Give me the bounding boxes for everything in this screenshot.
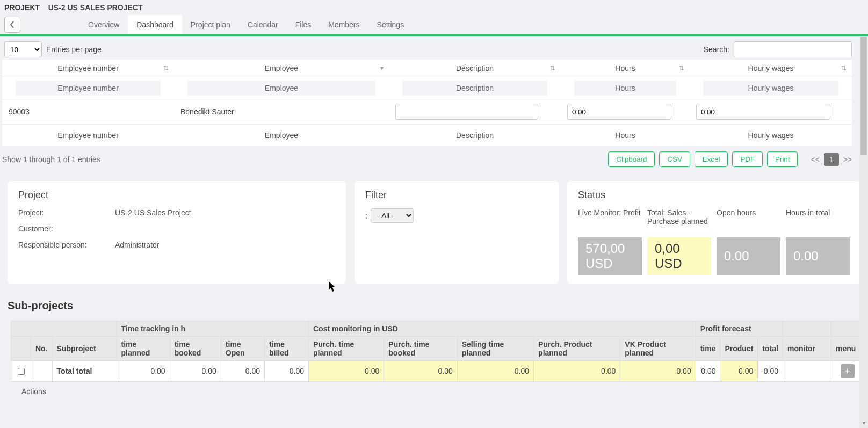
col-header-employee[interactable]: Employee▾ <box>174 60 389 77</box>
h-menu[interactable]: menu <box>831 337 864 361</box>
total-tb: 0.00 <box>170 361 221 382</box>
h-no[interactable]: No. <box>31 337 53 361</box>
sort-icon: ⇅ <box>550 64 555 72</box>
filter-employee[interactable]: Employee <box>187 81 375 96</box>
total-no <box>31 361 53 382</box>
h-monitor[interactable]: monitor <box>783 337 831 361</box>
cell-employee: Benedikt Sauter <box>174 104 389 120</box>
tab-dashboard[interactable]: Dashboard <box>128 15 182 34</box>
group-monitor <box>783 321 831 337</box>
tab-settings[interactable]: Settings <box>368 15 413 34</box>
tab-overview[interactable]: Overview <box>79 15 128 34</box>
status-label-totalhours: Hours in total <box>786 208 850 234</box>
excel-button[interactable]: Excel <box>695 151 728 167</box>
breadcrumb-root: PROJEKT <box>4 3 40 12</box>
h-pf-total[interactable]: total <box>758 337 783 361</box>
filter-empno[interactable]: Employee number <box>16 81 161 96</box>
h-pf-product[interactable]: Product <box>720 337 758 361</box>
table-row: 90003 Benedikt Sauter <box>2 99 852 125</box>
subprojects-title: Sub-projects <box>8 300 860 312</box>
col-header-wages[interactable]: Hourly wages⇅ <box>690 60 852 77</box>
status-label-openhours: Open hours <box>717 208 780 234</box>
tab-members[interactable]: Members <box>320 15 368 34</box>
responsible-key: Responsible person: <box>18 241 115 249</box>
plus-icon: + <box>844 366 850 376</box>
total-row: Total total 0.00 0.00 0.00 0.00 0.00 0.0… <box>11 361 864 382</box>
h-time-billed[interactable]: time billed <box>265 337 309 361</box>
h-purch-time-planned[interactable]: Purch. time planned <box>308 337 384 361</box>
h-time-booked[interactable]: time booked <box>170 337 221 361</box>
h-selling-time-planned[interactable]: Selling time planned <box>457 337 533 361</box>
add-subproject-button[interactable]: + <box>841 364 855 378</box>
col-header-empno[interactable]: Employee number⇅ <box>2 60 174 77</box>
total-vpp: 0.00 <box>620 361 696 382</box>
h-subproject[interactable]: Subproject <box>52 337 117 361</box>
project-key: Project: <box>18 208 115 217</box>
h-time-planned[interactable]: time planned <box>117 337 170 361</box>
input-wages[interactable] <box>696 104 830 120</box>
col-header-description[interactable]: Description⇅ <box>389 60 561 77</box>
pager-prev[interactable]: << <box>811 155 819 164</box>
search-input[interactable] <box>734 41 852 57</box>
filter-panel-title: Filter <box>365 190 548 201</box>
status-panel-title: Status <box>578 190 850 201</box>
group-costmonitoring: Cost monitoring in USD <box>308 321 696 337</box>
tab-project-plan[interactable]: Project plan <box>182 15 239 34</box>
responsible-value: Administrator <box>115 241 335 249</box>
customer-key: Customer: <box>18 224 115 233</box>
breadcrumb: PROJEKT US-2 US SALES PROJECT <box>4 3 143 12</box>
vertical-scrollbar[interactable]: ▾ <box>859 37 868 401</box>
filter-description[interactable]: Description <box>402 81 547 96</box>
total-monitor <box>783 361 831 382</box>
chevron-left-icon <box>10 21 15 28</box>
h-purch-time-booked[interactable]: Purch. time booked <box>384 337 457 361</box>
status-value-profit: 570,00 USD <box>578 237 642 275</box>
sort-icon: ⇅ <box>163 64 169 72</box>
filter-hours[interactable]: Hours <box>574 81 676 96</box>
pdf-button[interactable]: PDF <box>732 151 763 167</box>
table-info: Show 1 through 1 of 1 entries <box>2 155 100 164</box>
status-label-profit: Live Monitor: Profit <box>578 208 642 234</box>
filter-panel: Filter : - All - <box>355 181 559 284</box>
filter-wages[interactable]: Hourly wages <box>703 81 838 96</box>
total-pf-product: 0.00 <box>720 361 758 382</box>
total-stp: 0.00 <box>457 361 533 382</box>
h-time-open[interactable]: time Open <box>221 337 264 361</box>
h-pf-time[interactable]: time <box>696 337 720 361</box>
search-label: Search: <box>704 45 729 54</box>
tabbar: Overview Dashboard Project plan Calendar… <box>79 15 413 34</box>
h-vk-product-planned[interactable]: VK Product planned <box>620 337 696 361</box>
group-profit: Profit forecast <box>696 321 783 337</box>
actions-label: Actions <box>8 382 860 396</box>
csv-button[interactable]: CSV <box>659 151 690 167</box>
project-panel: Project Project: US-2 US Sales Project C… <box>8 181 346 284</box>
back-button[interactable] <box>4 17 20 33</box>
employee-grid: Employee number⇅ Employee▾ Description⇅ … <box>2 60 852 146</box>
entries-select[interactable]: 10 <box>4 41 42 57</box>
entries-label: Entries per page <box>46 45 102 54</box>
footer-hours: Hours <box>561 129 690 142</box>
print-button[interactable]: Print <box>767 151 798 167</box>
input-hours[interactable] <box>567 104 671 120</box>
pager-current[interactable]: 1 <box>824 153 839 166</box>
h-purch-product-planned[interactable]: Purch. Product planned <box>534 337 620 361</box>
breadcrumb-sub: US-2 US SALES PROJECT <box>48 3 143 12</box>
input-description[interactable] <box>395 104 538 120</box>
project-panel-title: Project <box>18 190 335 201</box>
total-pf-total: 0.00 <box>758 361 783 382</box>
scrollbar-thumb[interactable] <box>860 37 867 155</box>
project-value: US-2 US Sales Project <box>115 208 335 217</box>
total-pf-time: 0.00 <box>696 361 720 382</box>
pager-next[interactable]: >> <box>843 155 852 164</box>
clipboard-button[interactable]: Clipboard <box>608 151 655 167</box>
tab-calendar[interactable]: Calendar <box>239 15 287 34</box>
group-menu <box>831 321 864 337</box>
total-ptp: 0.00 <box>308 361 384 382</box>
total-tp: 0.00 <box>117 361 170 382</box>
row-checkbox[interactable] <box>18 368 25 375</box>
filter-select[interactable]: - All - <box>371 208 414 223</box>
tab-files[interactable]: Files <box>287 15 320 34</box>
customer-value <box>115 224 335 233</box>
col-header-hours[interactable]: Hours⇅ <box>561 60 690 77</box>
total-ptb: 0.00 <box>384 361 457 382</box>
